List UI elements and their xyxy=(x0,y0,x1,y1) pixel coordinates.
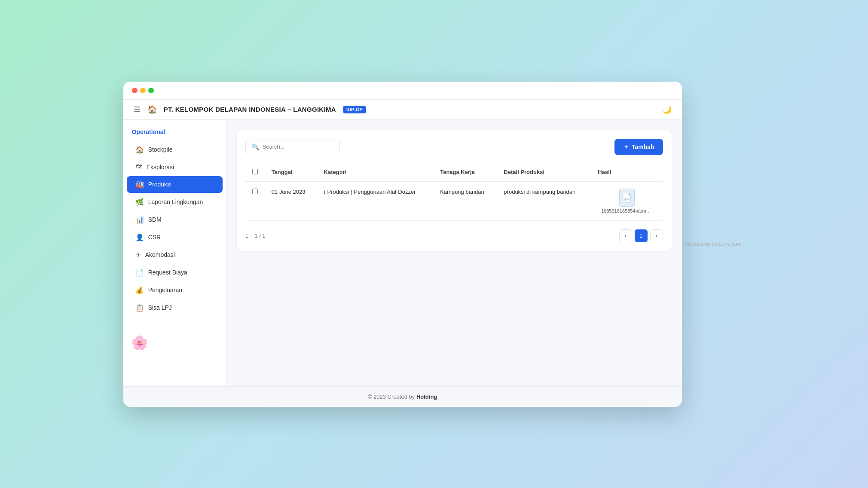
sidebar-item-sdm[interactable]: 📊 SDM xyxy=(127,211,223,228)
sisa-lpj-icon: 📋 xyxy=(135,304,144,312)
sidebar-item-label: Request Biaya xyxy=(148,269,187,276)
pengeluaran-icon: 💰 xyxy=(135,286,144,294)
page-1-button[interactable]: 1 xyxy=(635,229,648,242)
csr-icon: 👤 xyxy=(135,233,144,241)
app-body: Operational 🏠 Stockpile 🗺 Eksplorasi 🏭 P… xyxy=(123,120,682,386)
cell-detail-produksi: produksi di kampung bandan xyxy=(497,181,591,221)
file-attachment[interactable]: 📄 1685618165854-dummy.p xyxy=(598,189,656,214)
add-button[interactable]: ＋ Tambah xyxy=(614,139,663,155)
file-doc-icon: 📄 xyxy=(619,189,635,207)
sidebar-item-laporan-lingkungan[interactable]: 🌿 Laporan Lingkungan xyxy=(127,194,223,210)
col-tenaga-kerja: Tenaga Kerja xyxy=(433,164,497,181)
cell-tanggal: 01 June 2023 xyxy=(265,181,317,221)
data-table: Tanggal Kategori Tenaga Kerja Detail Pro… xyxy=(245,164,663,221)
col-hasil: Hasil xyxy=(591,164,663,181)
pagination-info: 1 – 1 / 1 xyxy=(245,232,266,239)
plus-icon: ＋ xyxy=(623,143,629,151)
theme-toggle-icon[interactable]: 🌙 xyxy=(662,105,672,114)
search-icon: 🔍 xyxy=(252,143,259,150)
row-checkbox-cell xyxy=(245,181,265,221)
sidebar-item-produksi[interactable]: 🏭 Produksi xyxy=(127,176,223,193)
stockpile-icon: 🏠 xyxy=(135,146,144,154)
akomodasi-icon: ✈ xyxy=(135,251,141,259)
add-button-label: Tambah xyxy=(632,143,654,150)
main-content: 🔍 ＋ Tambah Tangg xyxy=(226,120,682,386)
title-bar xyxy=(123,82,682,100)
minimize-button[interactable] xyxy=(140,88,146,93)
select-all-header xyxy=(245,164,265,181)
row-checkbox[interactable] xyxy=(252,189,258,194)
sidebar-item-csr[interactable]: 👤 CSR xyxy=(127,229,223,246)
pagination-controls: ‹ 1 › xyxy=(619,229,663,242)
content-card: 🔍 ＋ Tambah Tangg xyxy=(237,130,672,251)
sidebar-item-label: SDM xyxy=(148,216,162,223)
sidebar-section-label: Operational xyxy=(123,128,226,140)
app-window: ☰ 🏠 PT. KELOMPOK DELAPAN INDONESIA – LAN… xyxy=(123,82,682,407)
sidebar-item-label: Akomodasi xyxy=(145,251,175,258)
sidebar-item-label: Eksplorasi xyxy=(147,164,174,171)
sidebar-item-label: Sisa LPJ xyxy=(148,304,172,311)
next-page-button[interactable]: › xyxy=(650,229,663,242)
pagination-bar: 1 – 1 / 1 ‹ 1 › xyxy=(245,229,663,242)
app-logo: 🌸 xyxy=(130,333,149,352)
sidebar-item-request-biaya[interactable]: 📄 Request Biaya xyxy=(127,264,223,281)
request-biaya-icon: 📄 xyxy=(135,268,144,277)
sidebar-item-label: Pengeluaran xyxy=(148,287,182,293)
created-by-label: Created by shotune.com xyxy=(682,238,745,250)
produksi-icon: 🏭 xyxy=(135,180,144,189)
col-tanggal: Tanggal xyxy=(265,164,317,181)
col-detail-produksi: Detail Produksi xyxy=(497,164,591,181)
sidebar-item-pengeluaran[interactable]: 💰 Pengeluaran xyxy=(127,282,223,299)
search-box[interactable]: 🔍 xyxy=(245,140,340,154)
sidebar-item-stockpile[interactable]: 🏠 Stockpile xyxy=(127,141,223,158)
footer: © 2023 Created by Holding xyxy=(123,386,682,407)
cell-hasil[interactable]: 📄 1685618165854-dummy.p xyxy=(591,181,663,221)
search-input[interactable] xyxy=(263,143,333,150)
app-header: ☰ 🏠 PT. KELOMPOK DELAPAN INDONESIA – LAN… xyxy=(123,100,682,120)
sidebar-item-sisa-lpj[interactable]: 📋 Sisa LPJ xyxy=(127,299,223,316)
table-row: 01 June 2023 ( Produksi ) Penggunaan Ala… xyxy=(245,181,663,221)
sidebar-item-akomodasi[interactable]: ✈ Akomodasi xyxy=(127,247,223,263)
eksplorasi-icon: 🗺 xyxy=(135,163,142,171)
menu-icon[interactable]: ☰ xyxy=(134,105,141,114)
company-name: PT. KELOMPOK DELAPAN INDONESIA – LANGGIK… xyxy=(164,106,336,113)
iup-badge: IUP-OP xyxy=(343,106,366,113)
col-kategori: Kategori xyxy=(317,164,434,181)
footer-copyright: © 2023 Created by xyxy=(368,393,416,400)
traffic-lights xyxy=(132,88,154,93)
prev-page-button[interactable]: ‹ xyxy=(619,229,632,242)
content-toolbar: 🔍 ＋ Tambah xyxy=(245,139,663,155)
sidebar-item-label: CSR xyxy=(148,234,161,241)
cell-tenaga-kerja: Kampung bandan xyxy=(433,181,497,221)
cell-kategori: ( Produksi ) Penggunaan Alat Dozzer xyxy=(317,181,434,221)
sidebar: Operational 🏠 Stockpile 🗺 Eksplorasi 🏭 P… xyxy=(123,120,226,386)
file-name: 1685618165854-dummy.p xyxy=(601,208,653,214)
sidebar-item-label: Laporan Lingkungan xyxy=(148,198,203,205)
laporan-icon: 🌿 xyxy=(135,198,144,206)
sidebar-item-label: Stockpile xyxy=(148,146,173,153)
sdm-icon: 📊 xyxy=(135,216,144,224)
home-icon[interactable]: 🏠 xyxy=(147,105,157,114)
close-button[interactable] xyxy=(132,88,138,93)
footer-brand: Holding xyxy=(416,393,437,400)
select-all-checkbox[interactable] xyxy=(252,169,258,174)
maximize-button[interactable] xyxy=(148,88,154,93)
sidebar-item-eksplorasi[interactable]: 🗺 Eksplorasi xyxy=(127,159,223,175)
sidebar-item-label: Produksi xyxy=(148,181,171,188)
